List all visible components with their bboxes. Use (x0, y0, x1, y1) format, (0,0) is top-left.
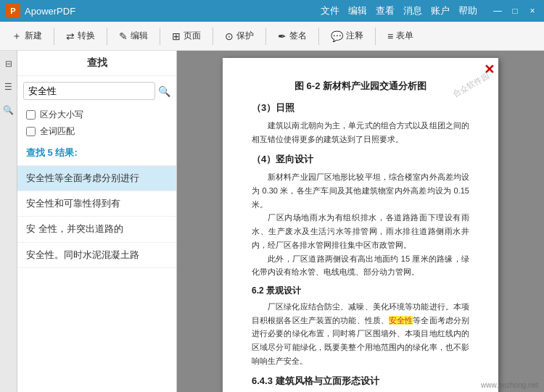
app-name: ApowerPDF (25, 6, 321, 17)
search-input-row: 🔍 (17, 76, 176, 106)
document-page: ✕ 合众软件园 图 6-2 新材料产业园交通分析图 （3）日照 建筑以南北朝向为… (223, 58, 498, 392)
toolbar-divider-4 (213, 28, 213, 45)
subsection-title-2: 6.2 景观设计 (252, 285, 469, 297)
window-controls: — □ × (492, 5, 538, 17)
section-para-1-1: 厂区内场地雨水为有组织排水，各道路路面下理设有雨水、生产废水及生活污水等排管网，… (252, 211, 469, 251)
bottom-watermark: www.hezhong.net (481, 381, 538, 389)
sign-label: 签名 (289, 30, 307, 42)
search-execute-button[interactable]: 🔍 (158, 83, 170, 100)
annotate-label: 注释 (346, 30, 363, 42)
whole-word-checkbox[interactable] (26, 127, 36, 136)
close-icon[interactable]: ✕ (484, 62, 495, 78)
menu-help[interactable]: 帮助 (458, 4, 477, 17)
close-button[interactable]: × (527, 5, 538, 17)
form-label: 表单 (396, 30, 413, 42)
main-area: ⊟ ☰ 🔍 查找 🔍 区分大小写 全词匹配 查找 5 结果: 安全性等全面考虑分… (0, 51, 544, 392)
form-button[interactable]: ≡ 表单 (382, 27, 419, 45)
protect-icon: ⊙ (225, 30, 234, 42)
highlight-text: 安全性 (389, 316, 413, 325)
search-result-item[interactable]: 安 全性，并突出道路的 (17, 217, 176, 242)
search-panel-icon[interactable]: 🔍 (1, 103, 16, 117)
convert-label: 转换 (78, 30, 95, 42)
minimize-button[interactable]: — (492, 5, 503, 17)
menu-edit[interactable]: 编辑 (348, 4, 367, 17)
menu-file[interactable]: 文件 (321, 4, 339, 17)
menu-view[interactable]: 查看 (376, 4, 395, 17)
sidebar-icons: ⊟ ☰ 🔍 (0, 51, 17, 392)
search-result-item[interactable]: 安全性和可靠性得到有 (17, 191, 176, 217)
toolbar-divider-6 (318, 28, 319, 45)
page-label: 页面 (184, 30, 201, 42)
section-para-0-0: 建筑以南北朝向为主，单元式的组合方式以及组团之间的相互错位使得更多的建筑达到了日… (252, 119, 469, 146)
search-panel: 查找 🔍 区分大小写 全词匹配 查找 5 结果: 安全性等全面考虑分别进行 安全… (17, 51, 177, 392)
menu-message[interactable]: 消息 (403, 4, 422, 17)
toolbar: ＋ 新建 ⇄ 转换 ✎ 编辑 ⊞ 页面 ⊙ 保护 ✒ 签名 💬 注释 ≡ 表单 (0, 22, 544, 51)
edit-label: 编辑 (131, 30, 148, 42)
sign-button[interactable]: ✒ 签名 (272, 27, 313, 45)
case-sensitive-checkbox[interactable] (26, 110, 36, 120)
section-title-3: 6.4.3 建筑风格与立面形态设计 (252, 375, 469, 388)
sign-icon: ✒ (278, 30, 287, 42)
whole-word-label: 全词匹配 (40, 125, 75, 138)
search-result-item[interactable]: 安全性。同时水泥混凝土路 (17, 243, 176, 268)
search-results-list[interactable]: 安全性等全面考虑分别进行 安全性和可靠性得到有 安 全性，并突出道路的 安全性。… (17, 165, 176, 392)
app-logo: P (6, 4, 20, 18)
convert-button[interactable]: ⇄ 转换 (60, 27, 101, 45)
section-title-0: （3）日照 (252, 101, 469, 114)
search-input[interactable] (23, 82, 155, 100)
case-sensitive-label: 区分大小写 (40, 109, 83, 121)
whole-word-option[interactable]: 全词匹配 (26, 125, 168, 138)
thumbnail-icon[interactable]: ⊟ (1, 57, 16, 71)
maximize-button[interactable]: □ (509, 5, 521, 17)
bookmark-icon[interactable]: ☰ (1, 80, 16, 94)
section-para-2-0: 厂区绿化应结合防尘、减噪、美化环境等功能进行。本项目积根据各区生产装置的功能、性… (252, 300, 469, 367)
search-results-header: 查找 5 结果: (17, 141, 176, 165)
convert-icon: ⇄ (66, 30, 75, 42)
form-icon: ≡ (387, 30, 393, 42)
case-sensitive-option[interactable]: 区分大小写 (26, 109, 168, 121)
menu-bar: 文件 编辑 查看 消息 账户 帮助 (321, 4, 477, 17)
section-title-1: （4）竖向设计 (252, 153, 469, 166)
document-area[interactable]: ✕ 合众软件园 图 6-2 新材料产业园交通分析图 （3）日照 建筑以南北朝向为… (177, 51, 544, 392)
search-result-item[interactable]: 安全性等全面考虑分别进行 (17, 166, 176, 191)
toolbar-divider-2 (107, 28, 107, 45)
figure-title: 图 6-2 新材料产业园交通分析图 (252, 80, 469, 93)
section-para-1-0: 新材料产业园厂区地形比较平坦，综合楼室内外高差均设为 0.30 米，各生产车间及… (252, 170, 469, 211)
search-options: 区分大小写 全词匹配 (17, 106, 176, 141)
section-para-1-2: 此外，厂区道路两侧设有高出地面约 15 厘米的路缘，绿化带内设有给水管、电线电缆… (252, 252, 469, 279)
edit-button[interactable]: ✎ 编辑 (113, 27, 154, 45)
new-button[interactable]: ＋ 新建 (6, 27, 48, 46)
titlebar: P ApowerPDF 文件 编辑 查看 消息 账户 帮助 — □ × (0, 0, 544, 22)
toolbar-divider-7 (375, 28, 376, 45)
annotate-icon: 💬 (331, 30, 343, 42)
annotate-button[interactable]: 💬 注释 (325, 27, 369, 45)
protect-label: 保护 (236, 30, 254, 42)
page-button[interactable]: ⊞ 页面 (166, 27, 207, 45)
toolbar-divider-5 (265, 28, 266, 45)
page-icon: ⊞ (172, 30, 181, 42)
toolbar-divider-3 (160, 28, 160, 45)
new-icon: ＋ (12, 30, 22, 43)
new-label: 新建 (25, 30, 42, 42)
edit-icon: ✎ (119, 30, 128, 42)
toolbar-divider-1 (54, 28, 54, 45)
protect-button[interactable]: ⊙ 保护 (219, 27, 260, 45)
search-title: 查找 (17, 51, 176, 76)
menu-account[interactable]: 账户 (431, 4, 450, 17)
